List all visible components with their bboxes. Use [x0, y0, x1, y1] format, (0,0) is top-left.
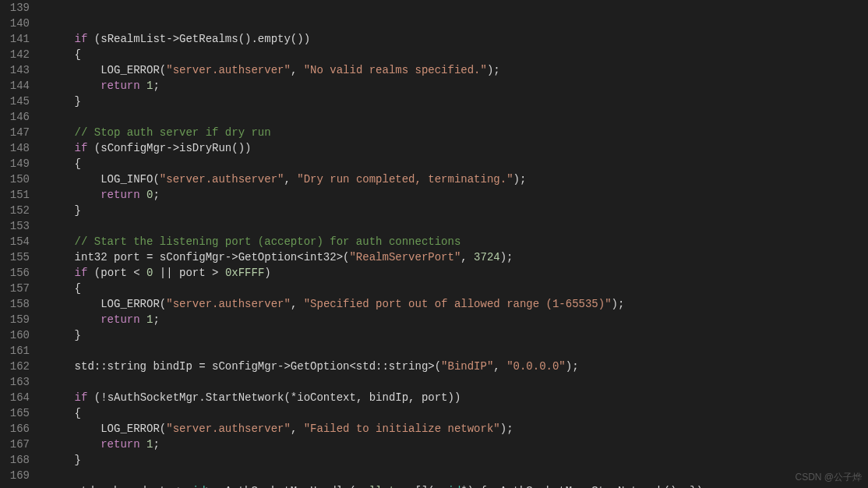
- code-area[interactable]: if (sRealmList->GetRealms().empty()) { L…: [37, 0, 868, 488]
- token-plain: );: [513, 173, 527, 186]
- token-plain: {: [48, 407, 81, 419]
- token-type: void: [435, 485, 461, 488]
- token-num: nullptr: [356, 485, 402, 488]
- token-plain: }: [48, 329, 81, 341]
- token-kw: return: [101, 438, 139, 451]
- line-number: 156: [0, 265, 37, 281]
- line-number: 150: [0, 172, 37, 187]
- code-line[interactable]: {: [48, 156, 868, 172]
- token-plain: [140, 438, 146, 451]
- token-plain: , [](: [402, 485, 435, 488]
- line-number: 168: [0, 452, 37, 468]
- token-plain: *) { sAuthSocketMgr.StopNetwork(); });: [460, 485, 709, 488]
- code-line[interactable]: }: [48, 452, 868, 468]
- token-str: "No valid realms specified.": [304, 64, 487, 76]
- token-plain: (port <: [87, 267, 146, 279]
- code-line[interactable]: [48, 468, 868, 483]
- code-line[interactable]: if (!sAuthSocketMgr.StartNetwork(*ioCont…: [48, 390, 868, 405]
- line-number: 144: [0, 78, 37, 94]
- token-plain: LOG_INFO(: [48, 173, 160, 186]
- token-kw: return: [101, 80, 139, 92]
- code-line[interactable]: // Stop auth server if dry run: [48, 125, 868, 140]
- line-number: 164: [0, 390, 37, 405]
- code-line[interactable]: {: [48, 405, 868, 421]
- code-line[interactable]: return 1;: [48, 312, 868, 327]
- token-plain: int32 port = sConfigMgr->GetOption<int32…: [48, 251, 349, 263]
- token-plain: [48, 189, 101, 201]
- line-number: 162: [0, 359, 37, 374]
- token-str: "Specified port out of allowed range (1-…: [304, 298, 612, 310]
- token-num: 0xFFFF: [225, 267, 264, 279]
- line-number: 155: [0, 249, 37, 265]
- code-line[interactable]: std::string bindIp = sConfigMgr->GetOpti…: [48, 359, 868, 374]
- token-plain: || port >: [153, 267, 224, 279]
- line-number: 165: [0, 405, 37, 421]
- line-number: 152: [0, 203, 37, 218]
- token-str: "server.authserver": [160, 173, 284, 186]
- code-line[interactable]: // Start the listening port (acceptor) f…: [48, 234, 868, 249]
- token-plain: (sConfigMgr->isDryRun()): [87, 142, 251, 154]
- code-line[interactable]: }: [48, 94, 868, 109]
- token-plain: {: [48, 157, 81, 170]
- line-number: 149: [0, 156, 37, 172]
- token-plain: );: [487, 64, 500, 76]
- code-line[interactable]: LOG_ERROR("server.authserver", "Specifie…: [48, 296, 868, 312]
- line-number: 151: [0, 187, 37, 203]
- token-plain: }: [48, 204, 81, 217]
- token-plain: [48, 80, 101, 92]
- token-plain: );: [500, 423, 513, 435]
- line-number: 140: [0, 16, 37, 31]
- line-number: 147: [0, 125, 37, 140]
- token-str: "Dry run completed, terminating.": [297, 173, 513, 186]
- code-line[interactable]: {: [48, 281, 868, 296]
- token-plain: ): [264, 267, 270, 279]
- token-plain: [140, 80, 146, 92]
- line-number: 167: [0, 437, 37, 452]
- code-line[interactable]: [48, 374, 868, 390]
- token-plain: {: [48, 48, 81, 61]
- token-plain: {: [48, 282, 81, 295]
- code-line[interactable]: if (sConfigMgr->isDryRun()): [48, 140, 868, 156]
- token-kw: return: [101, 313, 139, 326]
- line-number: 169: [0, 468, 37, 483]
- token-kw: if: [48, 391, 87, 404]
- code-line[interactable]: return 1;: [48, 78, 868, 94]
- line-number: 142: [0, 47, 37, 62]
- code-line[interactable]: [48, 343, 868, 359]
- code-line[interactable]: }: [48, 327, 868, 343]
- code-line[interactable]: LOG_ERROR("server.authserver", "No valid…: [48, 62, 868, 78]
- token-plain: LOG_ERROR(: [48, 64, 166, 76]
- code-line[interactable]: [48, 218, 868, 234]
- line-number: 158: [0, 296, 37, 312]
- code-line[interactable]: {: [48, 47, 868, 62]
- token-plain: }: [48, 95, 81, 108]
- token-str: "server.authserver": [166, 298, 291, 310]
- line-number: 143: [0, 62, 37, 78]
- code-line[interactable]: LOG_ERROR("server.authserver", "Failed t…: [48, 421, 868, 437]
- code-line[interactable]: [48, 109, 868, 125]
- code-line[interactable]: if (sRealmList->GetRealms().empty()): [48, 31, 868, 47]
- code-editor[interactable]: 1391401411421431441451461471481491501511…: [0, 0, 868, 488]
- code-line[interactable]: return 0;: [48, 187, 868, 203]
- code-line[interactable]: std::shared_ptr<void> sAuthSocketMgrHand…: [48, 483, 868, 488]
- code-line[interactable]: if (port < 0 || port > 0xFFFF): [48, 265, 868, 281]
- token-plain: );: [612, 298, 625, 310]
- line-number-gutter: 1391401411421431441451461471481491501511…: [0, 0, 37, 488]
- token-plain: (sRealmList->GetRealms().empty()): [87, 33, 310, 45]
- token-plain: ;: [153, 438, 159, 451]
- token-kw: if: [48, 33, 87, 45]
- token-plain: LOG_ERROR(: [48, 298, 166, 310]
- token-plain: [140, 189, 146, 201]
- token-plain: [48, 313, 101, 326]
- line-number: 160: [0, 327, 37, 343]
- code-line[interactable]: return 1;: [48, 437, 868, 452]
- token-kw: if: [48, 267, 87, 279]
- token-kw: if: [48, 142, 87, 154]
- token-str: "server.authserver": [166, 423, 291, 435]
- code-line[interactable]: LOG_INFO("server.authserver", "Dry run c…: [48, 172, 868, 187]
- token-plain: ;: [153, 80, 159, 92]
- token-plain: [140, 313, 146, 326]
- code-line[interactable]: }: [48, 203, 868, 218]
- code-line[interactable]: int32 port = sConfigMgr->GetOption<int32…: [48, 249, 868, 265]
- token-cmt: // Start the listening port (acceptor) f…: [75, 235, 461, 248]
